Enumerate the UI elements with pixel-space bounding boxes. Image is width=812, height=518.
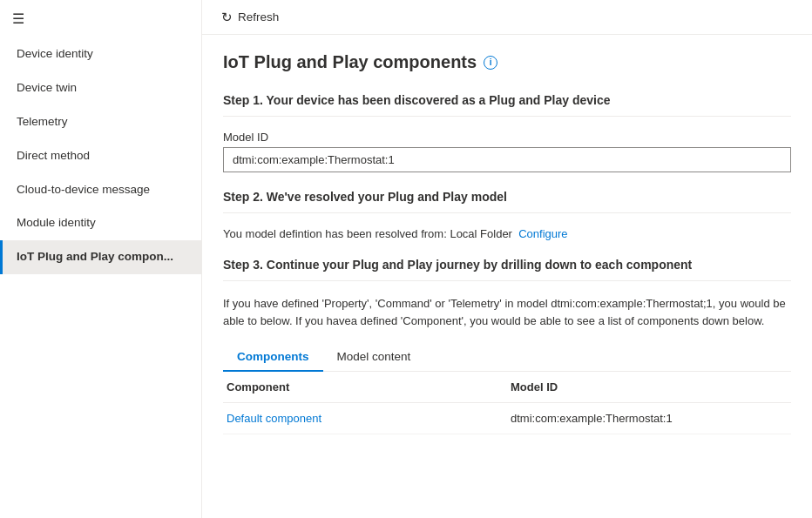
row-component-link[interactable]: Default component <box>223 412 507 425</box>
step3-description: If you have defined 'Property', 'Command… <box>223 295 791 329</box>
main-content: ↻ Refresh IoT Plug and Play components i… <box>202 0 812 518</box>
sidebar-item-iot-plug[interactable]: IoT Plug and Play compon... <box>0 240 201 274</box>
sidebar-item-module-identity[interactable]: Module identity <box>0 206 201 240</box>
sidebar-item-direct-method[interactable]: Direct method <box>0 139 201 173</box>
configure-link[interactable]: Configure <box>518 227 567 240</box>
content-area: IoT Plug and Play components i Step 1. Y… <box>202 35 812 518</box>
step1-heading: Step 1. Your device has been discovered … <box>223 93 791 107</box>
header-component: Component <box>223 380 507 394</box>
info-icon[interactable]: i <box>484 56 497 70</box>
step3-section: Step 3. Continue your Plug and Play jour… <box>223 258 791 434</box>
step3-divider <box>223 280 791 281</box>
sidebar-item-telemetry[interactable]: Telemetry <box>0 105 201 139</box>
step2-description: You model defintion has been resolved fr… <box>223 227 791 240</box>
tabs-container: Components Model content <box>223 343 791 372</box>
page-title-container: IoT Plug and Play components i <box>223 52 791 72</box>
refresh-button[interactable]: ↻ Refresh <box>216 6 284 29</box>
components-table: Component Model ID Default component dtm… <box>223 372 791 434</box>
step3-heading: Step 3. Continue your Plug and Play jour… <box>223 258 791 272</box>
page-title: IoT Plug and Play components <box>223 52 477 72</box>
sidebar-item-device-identity[interactable]: Device identity <box>0 37 201 71</box>
table-header-row: Component Model ID <box>223 372 791 403</box>
step1-section: Step 1. Your device has been discovered … <box>223 93 791 172</box>
refresh-icon: ↻ <box>221 10 233 25</box>
sidebar-item-device-twin[interactable]: Device twin <box>0 71 201 105</box>
tab-model-content[interactable]: Model content <box>323 343 425 372</box>
hamburger-menu[interactable]: ☰ <box>0 0 201 37</box>
tab-components[interactable]: Components <box>223 343 323 372</box>
sidebar-item-cloud-to-device[interactable]: Cloud-to-device message <box>0 173 201 207</box>
row-model-id: dtmi:com:example:Thermostat:1 <box>507 412 791 425</box>
sidebar: ☰ Device identity Device twin Telemetry … <box>0 0 202 518</box>
step2-heading: Step 2. We've resolved your Plug and Pla… <box>223 190 791 204</box>
header-model-id: Model ID <box>507 380 791 394</box>
step1-divider <box>223 116 791 117</box>
toolbar: ↻ Refresh <box>202 0 812 35</box>
refresh-label: Refresh <box>238 10 279 24</box>
step2-section: Step 2. We've resolved your Plug and Pla… <box>223 190 791 240</box>
table-row: Default component dtmi:com:example:Therm… <box>223 403 791 434</box>
model-id-input[interactable] <box>223 147 791 172</box>
step2-text: You model defintion has been resolved fr… <box>223 227 512 240</box>
model-id-label: Model ID <box>223 131 791 144</box>
step2-divider <box>223 212 791 213</box>
